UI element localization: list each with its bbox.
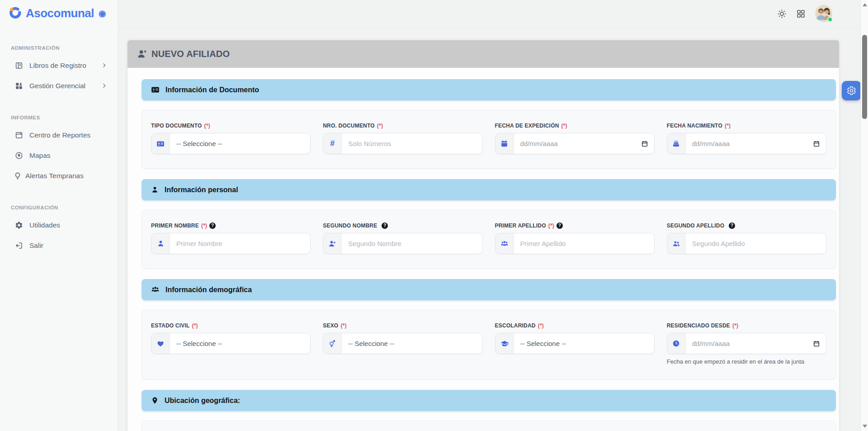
gear-icon bbox=[847, 86, 856, 95]
settings-panel-button[interactable] bbox=[842, 81, 861, 100]
person-icon bbox=[151, 233, 170, 254]
field-label: SEXO bbox=[323, 322, 338, 329]
brand-mark: ◉ bbox=[99, 8, 106, 19]
field-label: ESTADO CIVIL bbox=[151, 322, 190, 329]
field-label: TIPO DOCUMENTO bbox=[151, 123, 202, 129]
date-placeholder: dd/mm/aaaa bbox=[692, 340, 730, 347]
sidebar: Asocomunal ◉ ADMINISTRACIÓN Libros de Re… bbox=[0, 0, 118, 431]
calendar-icon bbox=[495, 133, 514, 154]
sidebar-item-mapas[interactable]: Mapas bbox=[0, 145, 118, 166]
apps-grid-icon[interactable] bbox=[796, 9, 806, 19]
calendar-picker-icon[interactable] bbox=[641, 140, 648, 147]
section-title: Información de Documento bbox=[165, 86, 259, 94]
help-icon[interactable]: ? bbox=[557, 223, 563, 229]
tipo-documento-select[interactable]: -- Seleccione -- bbox=[151, 133, 311, 154]
select-value: -- Seleccione -- bbox=[514, 333, 654, 354]
nro-documento-input[interactable] bbox=[348, 140, 476, 147]
help-icon[interactable]: ? bbox=[382, 223, 388, 229]
field-tipo-documento: TIPO DOCUMENTO (*) bbox=[151, 123, 311, 154]
field-escolaridad: ESCOLARIDAD (*) -- Seleccione -- bbox=[495, 322, 655, 365]
person-plus-icon bbox=[137, 49, 147, 59]
escolaridad-select[interactable]: -- Seleccione -- bbox=[495, 333, 655, 354]
people-icon bbox=[667, 233, 686, 254]
segundo-nombre-input-group bbox=[323, 233, 482, 254]
panel-ubicacion bbox=[142, 421, 836, 431]
scroll-up-arrow-icon[interactable] bbox=[863, 3, 867, 6]
field-label: RESIDENCIADO DESDE bbox=[667, 322, 730, 329]
report-window-icon bbox=[15, 131, 23, 139]
segundo-apellido-input[interactable] bbox=[692, 240, 820, 247]
section-informacion-personal: Información personal bbox=[142, 179, 836, 200]
primer-nombre-input[interactable] bbox=[176, 240, 304, 247]
date-placeholder: dd/mm/aaaa bbox=[692, 140, 730, 147]
person-icon bbox=[151, 186, 159, 194]
gender-icon bbox=[323, 333, 342, 354]
section-informacion-documento: Información de Documento bbox=[142, 79, 836, 100]
fecha-nacimiento-date-input[interactable]: dd/mm/aaaa bbox=[667, 133, 826, 154]
calendar-picker-icon[interactable] bbox=[813, 140, 820, 147]
scroll-down-arrow-icon[interactable] bbox=[863, 425, 867, 428]
field-label: ESCOLARIDAD bbox=[495, 322, 536, 329]
book-registry-icon bbox=[15, 62, 23, 70]
theme-sun-icon[interactable] bbox=[777, 9, 787, 19]
panel-documento: TIPO DOCUMENTO (*) bbox=[142, 110, 836, 169]
sidebar-item-alertas-tempranas[interactable]: Alertas Tempranas bbox=[0, 166, 118, 186]
panel-personal: PRIMER NOMBRE (*) ? bbox=[142, 210, 836, 269]
id-card-icon bbox=[151, 85, 160, 94]
sidebar-item-salir[interactable]: Salir bbox=[0, 235, 118, 256]
required-marker: (*) bbox=[725, 123, 731, 129]
map-pin-icon bbox=[15, 152, 23, 160]
graduation-cap-icon bbox=[495, 333, 514, 354]
management-grid-icon bbox=[15, 82, 23, 90]
person-plus-icon bbox=[323, 233, 342, 254]
page-scrollbar[interactable] bbox=[860, 0, 868, 431]
estado-civil-select[interactable]: -- Seleccione -- bbox=[151, 333, 311, 354]
residenciado-desde-date-input[interactable]: dd/mm/aaaa bbox=[667, 333, 826, 354]
help-icon[interactable]: ? bbox=[209, 223, 216, 229]
segundo-nombre-input[interactable] bbox=[348, 240, 476, 247]
brand[interactable]: Asocomunal ◉ bbox=[0, 0, 118, 26]
date-placeholder: dd/mm/aaaa bbox=[520, 140, 558, 147]
field-label: SEGUNDO APELLIDO bbox=[667, 223, 724, 229]
user-avatar[interactable] bbox=[815, 5, 832, 22]
scrollbar-thumb[interactable] bbox=[862, 35, 867, 119]
sidebar-item-label: Centro de Reportes bbox=[29, 131, 90, 139]
segundo-apellido-input-group bbox=[667, 233, 826, 254]
sidebar-item-label: Libros de Registro bbox=[29, 62, 86, 70]
primer-nombre-input-group bbox=[151, 233, 311, 254]
sidebar-item-centro-de-reportes[interactable]: Centro de Reportes bbox=[0, 125, 118, 145]
sidebar-item-utilidades[interactable]: Utilidades bbox=[0, 215, 118, 235]
people-group-icon bbox=[495, 233, 514, 254]
sidebar-item-gestion-gerencial[interactable]: Gestión Gerencial bbox=[0, 76, 118, 96]
primer-apellido-input[interactable] bbox=[520, 240, 648, 247]
field-primer-apellido: PRIMER APELLIDO (*) ? bbox=[495, 223, 655, 254]
logout-icon bbox=[15, 242, 23, 250]
location-pin-icon bbox=[151, 397, 159, 404]
chevron-right-icon bbox=[101, 83, 107, 89]
chevron-right-icon bbox=[101, 62, 107, 68]
field-estado-civil: ESTADO CIVIL (*) -- Seleccione -- bbox=[151, 322, 311, 365]
page-title: NUEVO AFILIADO bbox=[151, 49, 230, 59]
nav-section-configuracion: CONFIGURACIÓN bbox=[0, 205, 118, 210]
topbar bbox=[119, 0, 860, 28]
required-marker: (*) bbox=[192, 322, 198, 329]
required-marker: (*) bbox=[732, 322, 738, 329]
sidebar-item-libros-de-registro[interactable]: Libros de Registro bbox=[0, 55, 118, 76]
section-title: Información demográfica bbox=[165, 286, 252, 294]
brand-logo-icon bbox=[9, 7, 22, 19]
required-marker: (*) bbox=[561, 123, 567, 129]
help-icon[interactable]: ? bbox=[729, 223, 735, 229]
required-marker: (*) bbox=[201, 223, 207, 229]
online-status-dot bbox=[827, 17, 833, 22]
field-label: PRIMER NOMBRE bbox=[151, 223, 199, 229]
heart-icon bbox=[151, 333, 170, 354]
field-label: SEGUNDO NOMBRE bbox=[323, 223, 377, 229]
lightbulb-icon bbox=[14, 172, 22, 180]
fecha-expedicion-date-input[interactable]: dd/mm/aaaa bbox=[495, 133, 655, 154]
sexo-select[interactable]: -- Seleccione -- bbox=[323, 333, 482, 354]
hash-icon: # bbox=[323, 133, 342, 154]
clock-icon bbox=[667, 333, 686, 354]
field-segundo-nombre: SEGUNDO NOMBRE ? bbox=[323, 223, 482, 254]
calendar-picker-icon[interactable] bbox=[813, 340, 820, 347]
page-header: NUEVO AFILIADO bbox=[127, 40, 839, 68]
